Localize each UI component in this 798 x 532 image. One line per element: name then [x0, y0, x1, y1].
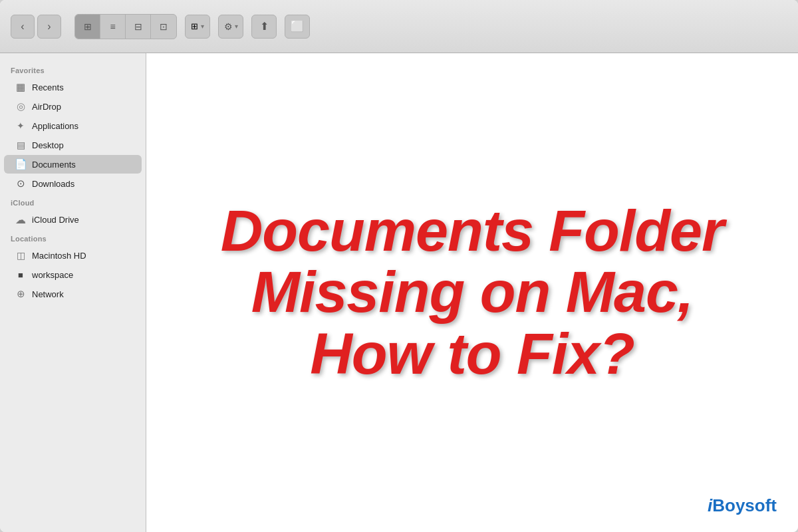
documents-icon [15, 158, 27, 170]
sidebar-label-downloads: Downloads [32, 179, 74, 189]
toolbar: ‹ › ⊞ ≡ ⊟ ⊡ ⊞ ▾ ⚙ ▾ [0, 0, 798, 53]
headline-line3: How to Fix? [310, 321, 634, 386]
recents-icon [15, 81, 27, 93]
icloud-section-label: iCloud [0, 194, 146, 209]
icloud-icon [15, 213, 27, 225]
chevron-down-icon: ▾ [201, 23, 204, 30]
sidebar-label-network: Network [32, 289, 64, 299]
sidebar-item-documents[interactable]: Documents [4, 155, 142, 174]
back-button[interactable]: ‹ [11, 15, 35, 39]
action-button[interactable]: ⚙ ▾ [218, 15, 243, 39]
main-content: Documents Folder Missing on Mac, How to … [146, 53, 798, 532]
column-view-icon: ⊟ [134, 21, 142, 32]
sidebar-label-workspace: workspace [32, 270, 73, 280]
share-button[interactable]: ⬆ [251, 15, 277, 39]
sidebar-label-airdrop: AirDrop [32, 102, 61, 112]
group-icon: ⊞ [191, 21, 198, 31]
brand-logo: iBoysoft [708, 495, 777, 516]
column-view-button[interactable]: ⊟ [126, 15, 151, 39]
back-icon: ‹ [21, 21, 24, 33]
sidebar-label-documents: Documents [32, 160, 76, 170]
sidebar-label-applications: Applications [32, 121, 78, 131]
downloads-icon [15, 178, 27, 190]
tag-button[interactable]: ⬜ [285, 15, 310, 39]
headline-overlay: Documents Folder Missing on Mac, How to … [179, 200, 765, 384]
headline-line1: Documents Folder [221, 198, 724, 263]
icon-view-icon: ⊞ [84, 21, 92, 32]
nav-buttons: ‹ › [11, 15, 61, 39]
headline-line2: Missing on Mac, [251, 259, 694, 325]
sidebar-label-icloud-drive: iCloud Drive [32, 215, 79, 225]
gear-icon: ⚙ [224, 21, 233, 32]
sidebar-label-desktop: Desktop [32, 140, 64, 150]
network-icon [15, 288, 27, 300]
sidebar-item-network[interactable]: Network [4, 285, 142, 303]
sidebar-item-workspace[interactable]: workspace [4, 265, 142, 284]
view-controls: ⊞ ≡ ⊟ ⊡ [74, 14, 177, 39]
forward-icon: › [47, 21, 51, 33]
sidebar-label-macintosh-hd: Macintosh HD [32, 251, 86, 261]
hd-icon [15, 249, 27, 261]
brand-suffix: Boysoft [712, 495, 777, 515]
window-body: Favorites Recents AirDrop Applications D… [0, 53, 798, 532]
sidebar-item-downloads[interactable]: Downloads [4, 174, 142, 193]
sidebar-item-macintosh-hd[interactable]: Macintosh HD [4, 246, 142, 265]
group-selector[interactable]: ⊞ ▾ [185, 15, 210, 39]
sidebar-item-recents[interactable]: Recents [4, 78, 142, 96]
locations-section-label: Locations [0, 229, 146, 245]
gallery-view-icon: ⊡ [160, 21, 168, 32]
list-view-button[interactable]: ≡ [100, 15, 126, 39]
tag-icon: ⬜ [291, 20, 304, 33]
list-view-icon: ≡ [110, 21, 115, 32]
gear-chevron-icon: ▾ [235, 23, 238, 30]
sidebar-item-desktop[interactable]: Desktop [4, 136, 142, 154]
applications-icon [15, 120, 27, 132]
finder-window: ‹ › ⊞ ≡ ⊟ ⊡ ⊞ ▾ ⚙ ▾ [0, 0, 798, 532]
sidebar-item-icloud-drive[interactable]: iCloud Drive [4, 210, 142, 229]
desktop-icon [15, 139, 27, 151]
workspace-icon [15, 269, 27, 281]
headline-text: Documents Folder Missing on Mac, How to … [179, 200, 765, 384]
sidebar: Favorites Recents AirDrop Applications D… [0, 53, 146, 532]
favorites-section-label: Favorites [0, 61, 146, 77]
sidebar-item-airdrop[interactable]: AirDrop [4, 97, 142, 116]
sidebar-item-applications[interactable]: Applications [4, 116, 142, 135]
forward-button[interactable]: › [37, 15, 61, 39]
sidebar-label-recents: Recents [32, 82, 64, 92]
gallery-view-button[interactable]: ⊡ [151, 15, 176, 39]
airdrop-icon [15, 100, 27, 112]
share-icon: ⬆ [260, 20, 269, 33]
icon-view-button[interactable]: ⊞ [75, 15, 100, 39]
